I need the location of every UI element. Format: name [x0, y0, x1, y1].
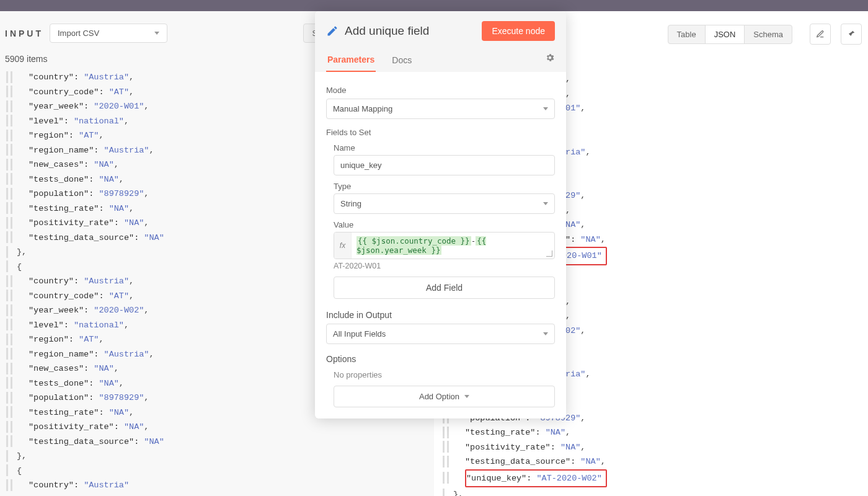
input-title: INPUT — [5, 29, 43, 38]
gear-icon[interactable] — [545, 53, 555, 69]
edit-icon[interactable] — [810, 24, 831, 45]
chevron-down-icon — [464, 395, 469, 398]
pin-icon[interactable] — [841, 24, 862, 45]
tab-schema[interactable]: Schema — [744, 25, 792, 43]
resize-handle-icon[interactable] — [546, 250, 552, 257]
include-value: All Input Fields — [333, 329, 386, 339]
chevron-down-icon — [154, 32, 159, 35]
add-field-button[interactable]: Add Field — [334, 277, 555, 299]
output-view-tabs: Table JSON Schema — [668, 25, 792, 44]
chevron-down-icon — [543, 107, 548, 110]
fx-icon: fx — [334, 232, 352, 259]
add-option-button[interactable]: Add Option — [334, 386, 555, 407]
tab-table[interactable]: Table — [668, 25, 705, 43]
type-select[interactable]: String — [334, 193, 555, 214]
expr-part-1: {{ $json.country_code }} — [356, 236, 471, 246]
type-value: String — [340, 199, 361, 208]
fields-label: Fields to Set — [326, 128, 555, 137]
input-source-value: Import CSV — [58, 29, 99, 38]
pencil-icon — [326, 25, 339, 37]
tab-parameters[interactable]: Parameters — [326, 50, 376, 72]
chevron-down-icon — [543, 332, 548, 335]
value-preview: AT-2020-W01 — [334, 262, 555, 270]
tab-docs[interactable]: Docs — [391, 50, 413, 71]
no-properties-text: No properties — [334, 370, 555, 379]
mode-value: Manual Mapping — [333, 104, 392, 113]
mode-select[interactable]: Manual Mapping — [326, 99, 555, 119]
mode-label: Mode — [326, 86, 555, 95]
type-label: Type — [334, 182, 555, 191]
tab-json[interactable]: JSON — [705, 25, 745, 43]
node-dialog: Add unique field Execute node Parameters… — [315, 11, 566, 418]
name-value: unique_key — [340, 161, 382, 170]
value-expression-input[interactable]: fx {{ $json.country_code }}-{{ $json.yea… — [334, 232, 555, 259]
include-select[interactable]: All Input Fields — [326, 324, 555, 344]
app-topbar — [0, 0, 868, 11]
value-label: Value — [334, 220, 555, 229]
chevron-down-icon — [543, 202, 548, 205]
name-label: Name — [334, 143, 555, 153]
execute-button[interactable]: Execute node — [482, 21, 555, 41]
input-source-select[interactable]: Import CSV — [50, 24, 167, 43]
add-option-label: Add Option — [419, 392, 459, 401]
include-label: Include in Output — [326, 310, 555, 320]
dialog-title: Add unique field — [345, 24, 476, 38]
name-input[interactable]: unique_key — [334, 155, 555, 175]
options-label: Options — [326, 354, 555, 364]
